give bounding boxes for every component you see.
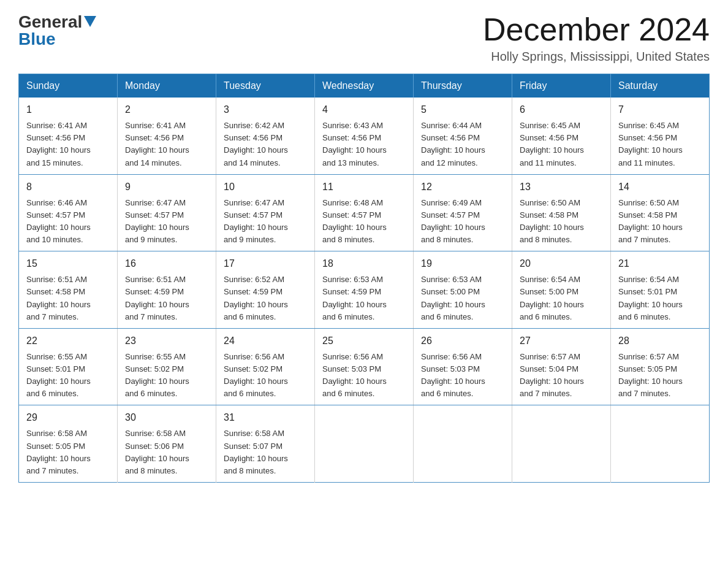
calendar-week-3: 15 Sunrise: 6:51 AMSunset: 4:58 PMDaylig… <box>19 251 710 329</box>
day-info: Sunrise: 6:43 AMSunset: 4:56 PMDaylight:… <box>322 121 387 167</box>
day-info: Sunrise: 6:56 AMSunset: 5:02 PMDaylight:… <box>224 352 288 398</box>
day-number: 28 <box>618 334 702 348</box>
calendar-day <box>315 405 414 483</box>
day-info: Sunrise: 6:47 AMSunset: 4:57 PMDaylight:… <box>224 198 288 244</box>
month-title: December 2024 <box>483 12 710 47</box>
day-info: Sunrise: 6:45 AMSunset: 4:56 PMDaylight:… <box>520 121 584 167</box>
day-info: Sunrise: 6:56 AMSunset: 5:03 PMDaylight:… <box>322 352 387 398</box>
day-number: 8 <box>26 180 110 194</box>
weekday-header-row: Sunday Monday Tuesday Wednesday Thursday… <box>19 74 710 98</box>
calendar-week-1: 1 Sunrise: 6:41 AMSunset: 4:56 PMDayligh… <box>19 98 710 174</box>
calendar-week-4: 22 Sunrise: 6:55 AMSunset: 5:01 PMDaylig… <box>19 328 710 405</box>
calendar-day: 7 Sunrise: 6:45 AMSunset: 4:56 PMDayligh… <box>611 98 710 174</box>
day-info: Sunrise: 6:49 AMSunset: 4:57 PMDaylight:… <box>421 198 485 244</box>
day-info: Sunrise: 6:50 AMSunset: 4:58 PMDaylight:… <box>618 198 683 244</box>
calendar-day: 28 Sunrise: 6:57 AMSunset: 5:05 PMDaylig… <box>611 328 710 405</box>
header-thursday: Thursday <box>414 74 512 98</box>
day-number: 23 <box>125 334 208 348</box>
logo: General Blue <box>18 12 96 49</box>
calendar-table: Sunday Monday Tuesday Wednesday Thursday… <box>18 74 710 483</box>
day-info: Sunrise: 6:51 AMSunset: 4:59 PMDaylight:… <box>125 275 189 321</box>
calendar-day: 22 Sunrise: 6:55 AMSunset: 5:01 PMDaylig… <box>19 328 118 405</box>
day-info: Sunrise: 6:56 AMSunset: 5:03 PMDaylight:… <box>421 352 485 398</box>
day-info: Sunrise: 6:44 AMSunset: 4:56 PMDaylight:… <box>421 121 485 167</box>
header-friday: Friday <box>512 74 611 98</box>
day-number: 31 <box>224 410 307 425</box>
calendar-day <box>512 405 611 483</box>
day-info: Sunrise: 6:42 AMSunset: 4:56 PMDaylight:… <box>224 121 288 167</box>
calendar-day: 24 Sunrise: 6:56 AMSunset: 5:02 PMDaylig… <box>216 328 315 405</box>
calendar-day: 30 Sunrise: 6:58 AMSunset: 5:06 PMDaylig… <box>118 405 216 483</box>
calendar-day: 16 Sunrise: 6:51 AMSunset: 4:59 PMDaylig… <box>118 251 216 329</box>
calendar-day: 29 Sunrise: 6:58 AMSunset: 5:05 PMDaylig… <box>19 405 118 483</box>
day-number: 20 <box>520 256 603 271</box>
calendar-day: 9 Sunrise: 6:47 AMSunset: 4:57 PMDayligh… <box>118 174 216 251</box>
calendar-week-5: 29 Sunrise: 6:58 AMSunset: 5:05 PMDaylig… <box>19 405 710 483</box>
calendar-day: 21 Sunrise: 6:54 AMSunset: 5:01 PMDaylig… <box>611 251 710 329</box>
day-info: Sunrise: 6:57 AMSunset: 5:04 PMDaylight:… <box>520 352 584 398</box>
calendar-day: 17 Sunrise: 6:52 AMSunset: 4:59 PMDaylig… <box>216 251 315 329</box>
header-monday: Monday <box>118 74 216 98</box>
day-number: 24 <box>224 334 307 348</box>
calendar-day: 13 Sunrise: 6:50 AMSunset: 4:58 PMDaylig… <box>512 174 611 251</box>
day-number: 22 <box>26 334 110 348</box>
day-number: 1 <box>26 102 110 117</box>
day-info: Sunrise: 6:50 AMSunset: 4:58 PMDaylight:… <box>520 198 584 244</box>
calendar-day: 2 Sunrise: 6:41 AMSunset: 4:56 PMDayligh… <box>118 98 216 174</box>
calendar-day <box>414 405 512 483</box>
calendar-week-2: 8 Sunrise: 6:46 AMSunset: 4:57 PMDayligh… <box>19 174 710 251</box>
day-info: Sunrise: 6:53 AMSunset: 4:59 PMDaylight:… <box>322 275 387 321</box>
day-number: 2 <box>125 102 208 117</box>
day-info: Sunrise: 6:47 AMSunset: 4:57 PMDaylight:… <box>125 198 189 244</box>
calendar-day: 11 Sunrise: 6:48 AMSunset: 4:57 PMDaylig… <box>315 174 414 251</box>
day-number: 27 <box>520 334 603 348</box>
svg-marker-0 <box>84 16 96 27</box>
calendar-day: 18 Sunrise: 6:53 AMSunset: 4:59 PMDaylig… <box>315 251 414 329</box>
day-number: 11 <box>322 180 406 194</box>
day-number: 26 <box>421 334 504 348</box>
day-info: Sunrise: 6:55 AMSunset: 5:02 PMDaylight:… <box>125 352 189 398</box>
calendar-day: 19 Sunrise: 6:53 AMSunset: 5:00 PMDaylig… <box>414 251 512 329</box>
header-tuesday: Tuesday <box>216 74 315 98</box>
header-sunday: Sunday <box>19 74 118 98</box>
day-number: 7 <box>618 102 702 117</box>
calendar-day: 8 Sunrise: 6:46 AMSunset: 4:57 PMDayligh… <box>19 174 118 251</box>
day-number: 9 <box>125 180 208 194</box>
header-wednesday: Wednesday <box>315 74 414 98</box>
title-section: December 2024 Holly Springs, Mississippi… <box>483 12 710 64</box>
calendar-day: 4 Sunrise: 6:43 AMSunset: 4:56 PMDayligh… <box>315 98 414 174</box>
day-info: Sunrise: 6:54 AMSunset: 5:01 PMDaylight:… <box>618 275 683 321</box>
day-number: 14 <box>618 180 702 194</box>
day-number: 19 <box>421 256 504 271</box>
calendar-day: 23 Sunrise: 6:55 AMSunset: 5:02 PMDaylig… <box>118 328 216 405</box>
day-number: 10 <box>224 180 307 194</box>
day-info: Sunrise: 6:53 AMSunset: 5:00 PMDaylight:… <box>421 275 485 321</box>
calendar-day: 27 Sunrise: 6:57 AMSunset: 5:04 PMDaylig… <box>512 328 611 405</box>
day-info: Sunrise: 6:58 AMSunset: 5:05 PMDaylight:… <box>26 429 91 475</box>
day-number: 18 <box>322 256 406 271</box>
logo-triangle-icon <box>84 16 96 29</box>
calendar-day: 26 Sunrise: 6:56 AMSunset: 5:03 PMDaylig… <box>414 328 512 405</box>
day-info: Sunrise: 6:58 AMSunset: 5:06 PMDaylight:… <box>125 429 189 475</box>
day-number: 21 <box>618 256 702 271</box>
calendar-day: 12 Sunrise: 6:49 AMSunset: 4:57 PMDaylig… <box>414 174 512 251</box>
calendar-day: 5 Sunrise: 6:44 AMSunset: 4:56 PMDayligh… <box>414 98 512 174</box>
day-number: 25 <box>322 334 406 348</box>
day-info: Sunrise: 6:41 AMSunset: 4:56 PMDaylight:… <box>125 121 189 167</box>
day-info: Sunrise: 6:54 AMSunset: 5:00 PMDaylight:… <box>520 275 584 321</box>
day-info: Sunrise: 6:46 AMSunset: 4:57 PMDaylight:… <box>26 198 91 244</box>
calendar-day <box>611 405 710 483</box>
day-number: 5 <box>421 102 504 117</box>
calendar-day: 15 Sunrise: 6:51 AMSunset: 4:58 PMDaylig… <box>19 251 118 329</box>
calendar-day: 6 Sunrise: 6:45 AMSunset: 4:56 PMDayligh… <box>512 98 611 174</box>
day-number: 6 <box>520 102 603 117</box>
calendar-day: 3 Sunrise: 6:42 AMSunset: 4:56 PMDayligh… <box>216 98 315 174</box>
location-subtitle: Holly Springs, Mississippi, United State… <box>483 50 710 64</box>
day-info: Sunrise: 6:55 AMSunset: 5:01 PMDaylight:… <box>26 352 91 398</box>
page-header: General Blue December 2024 Holly Springs… <box>18 12 710 64</box>
calendar-day: 14 Sunrise: 6:50 AMSunset: 4:58 PMDaylig… <box>611 174 710 251</box>
day-number: 3 <box>224 102 307 117</box>
day-number: 16 <box>125 256 208 271</box>
calendar-day: 20 Sunrise: 6:54 AMSunset: 5:00 PMDaylig… <box>512 251 611 329</box>
day-number: 29 <box>26 410 110 425</box>
